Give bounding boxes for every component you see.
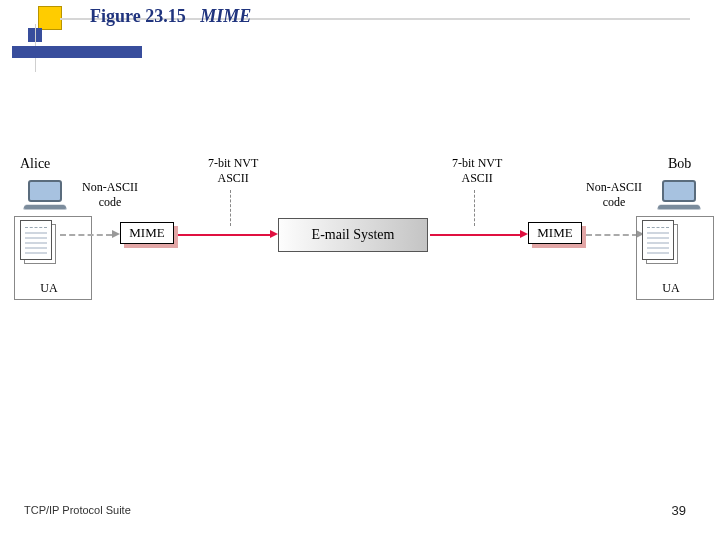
footer-page: 39 [672,503,686,518]
nonascii-right-label: Non-ASCIIcode [582,180,646,210]
footer-source: TCP/IP Protocol Suite [24,504,131,516]
mime-box-right: MIME [528,222,586,248]
email-system-box: E-mail System [278,218,428,252]
figure-number: Figure 23.15 [90,6,186,26]
dash-doc-to-mime-left [60,234,112,236]
dash-arrow-left [112,230,120,238]
arrow-mime-to-email-left [178,234,270,236]
nonascii-left-label: Non-ASCIIcode [78,180,142,210]
dash-vert-left [230,190,231,226]
user-bob-label: Bob [668,156,691,172]
laptop-bob-icon [654,180,704,216]
ua-bob-block: UA [642,220,700,280]
mime-box-left: MIME [120,222,178,248]
arrowhead-into-email-left [270,230,278,238]
dash-vert-right [474,190,475,226]
user-alice-label: Alice [20,156,50,172]
arrowhead-into-mime-right [520,230,528,238]
laptop-alice-icon [20,180,70,216]
figure-title: Figure 23.15 MIME [90,6,251,27]
header-accent-bar [12,46,142,58]
arrow-email-to-mime-right [430,234,522,236]
ascii-right-label: 7-bit NVTASCII [452,156,502,186]
ascii-left-label: 7-bit NVTASCII [208,156,258,186]
figure-caption: MIME [200,6,251,26]
dash-mime-to-doc-right [586,234,638,236]
ua-alice-block: UA [20,220,78,280]
mime-diagram: Alice UA Non-ASCIIcode MIME 7-bit NVTASC… [20,180,700,360]
